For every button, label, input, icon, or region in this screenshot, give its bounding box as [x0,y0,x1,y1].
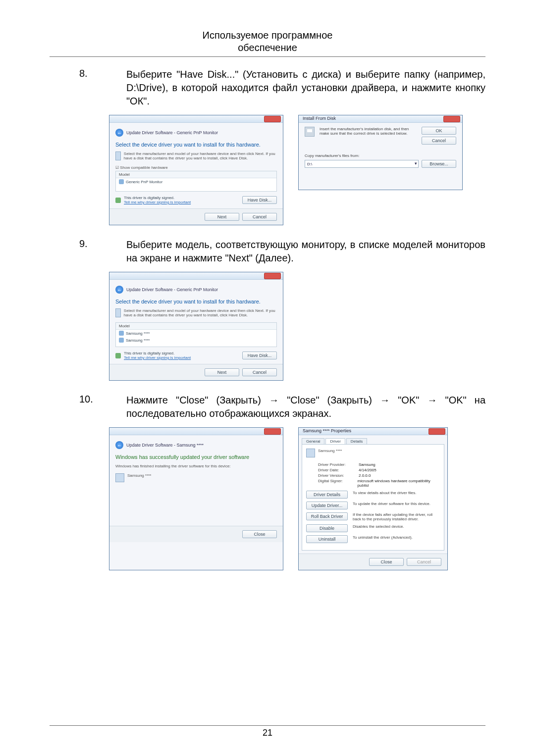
rollback-button[interactable]: Roll Back Driver [306,512,348,520]
dialog-hint: Select the manufacturer and model of you… [124,151,277,160]
date-label: Driver Date: [318,468,354,472]
breadcrumb: Update Driver Software - Samsung **** [126,443,204,448]
tab-driver[interactable]: Driver [325,438,345,444]
shield-icon [115,198,121,203]
model-row[interactable]: Samsung **** [116,337,276,344]
monitor-icon [119,179,124,184]
finished-subtext: Windows has finished installing the driv… [115,464,277,468]
update-driver-desc: To update the driver software for this d… [353,502,440,506]
step-9-number: 9. [50,238,126,265]
disable-button[interactable]: Disable [306,524,348,532]
device-icon [306,449,315,457]
page-footer: 21 [50,725,485,738]
close-button[interactable]: Close [369,558,404,566]
close-icon[interactable] [428,428,445,435]
cancel-button[interactable]: Cancel [422,137,456,145]
header-rule [50,56,485,57]
uninstall-desc: To uninstall the driver (Advanced). [353,535,440,540]
dialog-heading: Windows has successfully updated your dr… [115,454,277,460]
breadcrumb: Update Driver Software - Generic PnP Mon… [126,130,218,135]
model-row[interactable]: Samsung **** [116,330,276,337]
dialog-driver-properties: Samsung **** Properties General Driver D… [298,427,448,570]
next-button[interactable]: Next [205,368,239,376]
step-8: 8. Выберите "Have Disk..." (Установить с… [50,68,485,108]
cancel-button[interactable]: Cancel [242,213,277,221]
device-icon [115,473,124,482]
page-header-subtitle: обеспечение [50,42,485,53]
dialog-heading: Select the device driver you want to ins… [115,142,277,148]
cancel-button: Cancel [407,558,441,566]
dialog-hint: Select the manufacturer and model of you… [124,308,277,317]
page-header-title: Используемое программное [50,30,485,41]
tab-general[interactable]: General [302,438,324,444]
step-10-text: Нажмите "Close" (Закрыть) → "Close" (Зак… [126,394,485,420]
titlebar: Install From Disk [299,115,462,123]
dialog-title: Install From Disk [303,116,336,121]
titlebar [109,428,283,435]
footer-rule [50,725,485,726]
signed-text: This driver is digitally signed. [124,196,191,200]
dialog-install-from-disk: Install From Disk Insert the manufacture… [298,115,463,190]
floppy-icon [305,127,315,137]
back-icon[interactable]: ← [115,286,123,294]
provider-label: Driver Provider: [318,462,354,467]
signing-link[interactable]: Tell me why driver signing is important [124,200,191,204]
close-icon[interactable] [443,116,460,122]
date-value: 4/14/2005 [359,468,376,472]
close-icon[interactable] [264,116,281,122]
monitor-icon [119,338,124,343]
version-value: 2.0.0.0 [359,473,371,478]
provider-value: Samsung [359,462,375,467]
chevron-down-icon: ▾ [415,161,417,166]
breadcrumb: Update Driver Software - Generic PnP Mon… [126,287,218,292]
signed-text: This driver is digitally signed. [124,351,191,355]
step-10-number: 10. [50,394,126,420]
uninstall-button[interactable]: Uninstall [306,535,348,543]
step-9-text: Выберите модель, соответствующую монитор… [126,238,485,265]
have-disk-button[interactable]: Have Disk... [242,352,277,359]
device-name: Samsung **** [318,449,342,457]
rollback-desc: If the device fails after updating the d… [353,512,440,521]
titlebar: Samsung **** Properties [299,428,447,435]
model-row[interactable]: Generic PnP Monitor [116,178,276,185]
disable-desc: Disables the selected device. [353,524,440,529]
show-compatible-checkbox[interactable]: ☑ Show compatible hardware [115,165,277,170]
dialog-select-driver: ← Update Driver Software - Generic PnP M… [109,115,283,225]
have-disk-button[interactable]: Have Disk... [242,196,277,204]
dialog-heading: Select the device driver you want to ins… [115,299,277,304]
step-10: 10. Нажмите "Close" (Закрыть) → "Close" … [50,394,485,420]
tab-details[interactable]: Details [346,438,367,444]
dialog-select-model: ← Update Driver Software - Generic PnP M… [109,272,283,381]
signing-link[interactable]: Tell me why driver signing is important [124,355,191,360]
model-header: Model [116,171,276,178]
device-icon [115,151,121,160]
titlebar [109,115,283,123]
ok-button[interactable]: OK [422,127,456,135]
page-number: 21 [50,728,485,738]
monitor-icon [119,331,124,336]
signer-value: microsoft windows hardware compatibility… [358,479,440,488]
dialog-title: Samsung **** Properties [303,428,351,433]
driver-details-desc: To view details about the driver files. [353,491,440,495]
dialog-update-finished: ← Update Driver Software - Samsung **** … [109,427,283,570]
device-icon [115,308,121,317]
back-icon[interactable]: ← [115,441,123,449]
signer-label: Digital Signer: [318,479,353,488]
copy-from-label: Copy manufacturer's files from: [305,153,456,158]
back-icon[interactable]: ← [115,129,123,137]
titlebar [109,272,283,280]
close-button[interactable]: Close [242,530,277,538]
step-9: 9. Выберите модель, соответствующую мони… [50,238,485,265]
close-icon[interactable] [264,273,281,279]
driver-details-button[interactable]: Driver Details [306,491,348,499]
model-header: Model [116,323,276,330]
next-button[interactable]: Next [205,213,239,221]
cancel-button[interactable]: Cancel [242,368,277,376]
close-icon[interactable] [264,428,281,435]
version-label: Driver Version: [318,473,354,478]
step-8-number: 8. [50,68,126,108]
browse-button[interactable]: Browse... [422,160,456,168]
update-driver-button[interactable]: Update Driver... [306,502,348,509]
path-dropdown[interactable]: D:\ ▾ [305,160,419,168]
shield-icon [115,353,121,358]
